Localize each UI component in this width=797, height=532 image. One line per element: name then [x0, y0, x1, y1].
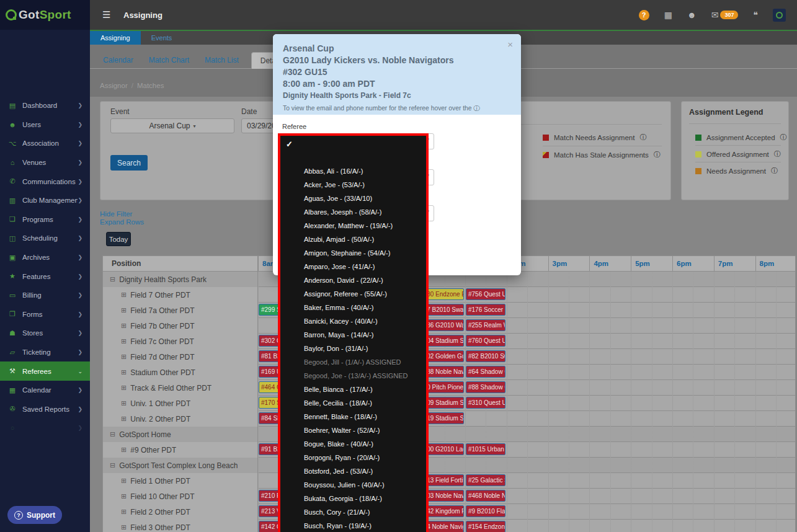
sidebar-item-club-management[interactable]: ▥Club Management❯ [0, 191, 90, 210]
referee-option[interactable]: Alzubi, Amjad - (50/A/-) [280, 233, 426, 246]
sidebar-item-item[interactable]: ○❯ [0, 419, 90, 438]
tab-assigning[interactable]: Assigning [90, 31, 141, 45]
chat-icon[interactable]: ❝ [753, 10, 758, 20]
match-chip[interactable]: 80 Endzone Eli [424, 288, 464, 300]
expand-icon[interactable]: ⊞ [121, 322, 127, 330]
match-chip[interactable]: #88 Shadow Cha [466, 381, 505, 393]
help-icon[interactable]: ? [639, 10, 649, 20]
match-chip[interactable]: #760 Quest Unite [466, 335, 505, 347]
match-chip[interactable]: 42 Kingdom FC [424, 505, 464, 517]
referee-option[interactable]: Barron, Maya - (14/A/-) [280, 328, 426, 342]
match-chip[interactable]: 03 Noble Navig [424, 490, 464, 502]
expand-icon[interactable]: ⊞ [121, 368, 127, 376]
mail-button[interactable]: ✉ 307 [711, 10, 739, 20]
match-chip[interactable]: 36 G2010 Wan [424, 319, 464, 331]
subtab-calendar[interactable]: Calendar [103, 52, 133, 68]
match-chip[interactable]: 7 B2010 Swarr [424, 304, 464, 316]
expand-icon[interactable]: ⊞ [121, 399, 127, 407]
match-chip[interactable]: #1015 Urban Leg [466, 443, 505, 455]
referee-option[interactable]: Bennett, Blake - (18/A/-) [280, 410, 426, 423]
row-label[interactable]: ⊞Field 7 Other PDT [103, 287, 258, 303]
row-label[interactable]: ⊞Field 7c Other PDT [103, 334, 258, 349]
today-button[interactable]: Today [106, 232, 131, 246]
referee-option[interactable]: Aguas, Joe - (33/A/10) [280, 192, 426, 205]
match-chip[interactable]: #756 Quest Unite [466, 288, 505, 300]
event-select[interactable]: Arsenal Cup ▾ [110, 118, 234, 133]
row-label[interactable]: ⊞Field 3 Other PDT [103, 520, 258, 532]
sidebar-item-referees[interactable]: ⚒Referees⌄ [0, 361, 90, 381]
match-chip[interactable]: #9 B2010 Flames [466, 505, 505, 517]
referee-option[interactable]: Assignor, Referee - (55/A/-) [280, 287, 426, 301]
row-label[interactable]: ⊞Field 2 Other PDT [103, 504, 258, 520]
referee-option[interactable]: Begood, Jill - (1/A/-) ASSIGNED [280, 355, 426, 369]
tab-events[interactable]: Events [141, 31, 183, 45]
referee-option[interactable]: Boehrer, Walter - (52/A/-) [280, 423, 426, 437]
referee-option[interactable]: Botsford, Jed - (53/A/-) [280, 464, 426, 478]
match-chip[interactable]: #468 Noble Navig [466, 490, 505, 502]
collapse-icon[interactable]: ⊟ [110, 430, 115, 438]
referee-option[interactable]: Busch, Cory - (21/A/-) [280, 505, 426, 519]
match-chip[interactable]: #82 B2010 Swarr [466, 350, 505, 362]
hamburger-menu-icon[interactable]: ☰ [102, 9, 110, 20]
referee-option[interactable]: Albares, Joesph - (58/A/-) [280, 205, 426, 219]
referee-option[interactable]: Belle, Cecilia - (18/A/-) [280, 396, 426, 410]
expand-icon[interactable]: ⊞ [121, 477, 127, 485]
breadcrumb-assignor[interactable]: Assignor [100, 82, 128, 89]
match-chip[interactable]: #154 Endzone Eli [466, 521, 505, 532]
row-label[interactable]: ⊞Track & Field Other PDT [103, 380, 258, 396]
referee-option[interactable]: Belle, Bianca - (17/A/-) [280, 383, 426, 396]
expand-icon[interactable]: ⊞ [121, 508, 127, 516]
sidebar-item-billing[interactable]: ▭Billing❯ [0, 286, 90, 305]
match-chip[interactable]: #255 Realm Wan [466, 319, 505, 331]
match-chip[interactable]: 02 Golden Gua [424, 350, 464, 362]
match-chip[interactable]: 19 Stadium Sta [424, 412, 464, 424]
row-label[interactable]: ⊞Univ. 2 Other PDT [103, 411, 258, 427]
referee-option[interactable]: Amigon, Stephaine - (54/A/-) [280, 246, 426, 260]
expand-icon[interactable]: ⊞ [121, 353, 127, 361]
close-icon[interactable]: × [507, 39, 513, 50]
expand-icon[interactable]: ⊞ [121, 337, 127, 345]
match-chip[interactable]: #25 Galactic Stri [466, 474, 505, 486]
row-label[interactable]: ⊞Field 7d Other PDT [103, 349, 258, 365]
match-chip[interactable]: 04 Stadium Sta [424, 335, 464, 347]
row-label[interactable]: ⊟GotSport Test Complex Long Beach [103, 458, 258, 473]
referee-option[interactable]: Begood, Joe - (13/A/-) ASSIGNED [280, 369, 426, 383]
referee-option[interactable]: Baker, Emma - (40/A/-) [280, 301, 426, 314]
expand-icon[interactable]: ⊞ [121, 384, 127, 392]
selected-check-icon[interactable]: ✓ [286, 140, 293, 149]
match-chip[interactable]: #64 Shadow Cha [466, 366, 505, 378]
subtab-match-list[interactable]: Match List [205, 52, 239, 68]
expand-icon[interactable]: ⊞ [121, 523, 127, 531]
row-label[interactable]: ⊞Field 1 Other PDT [103, 473, 258, 489]
match-chip[interactable]: 0 Pitch Pioneer [424, 381, 464, 393]
referee-option[interactable]: Anderson, David - (22/A/-) [280, 273, 426, 287]
sidebar-item-communications[interactable]: ✆Communications❯ [0, 172, 90, 191]
sidebar-item-dashboard[interactable]: ▤Dashboard❯ [0, 96, 90, 115]
match-chip[interactable]: 88 Noble Navig [424, 366, 464, 378]
sidebar-item-archives[interactable]: ▣Archives❯ [0, 248, 90, 267]
sidebar-item-features[interactable]: ★Features❯ [0, 267, 90, 286]
row-label[interactable]: ⊞Univ. 1 Other PDT [103, 396, 258, 411]
sidebar-item-users[interactable]: ☻Users❯ [0, 115, 90, 135]
sidebar-item-calendar[interactable]: ▦Calendar❯ [0, 381, 90, 400]
referee-option[interactable]: Amparo, Jose - (41/A/-) [280, 260, 426, 273]
gotsport-logo[interactable]: GotSport [0, 0, 90, 30]
apps-grid-icon[interactable]: ▦ [664, 10, 672, 20]
collapse-icon[interactable]: ⊟ [110, 275, 115, 283]
collapse-icon[interactable]: ⊟ [110, 461, 115, 469]
hide-filter-link[interactable]: Hide Filter [100, 210, 132, 218]
expand-rows-link[interactable]: Expand Rows [100, 218, 144, 226]
subtab-match-chart[interactable]: Match Chart [149, 52, 189, 68]
match-chip[interactable]: #310 Quest Unite [466, 397, 505, 409]
match-chip[interactable]: #176 Soccer Sag [466, 304, 505, 316]
expand-icon[interactable]: ⊞ [121, 306, 127, 314]
expand-icon[interactable]: ⊞ [121, 446, 127, 454]
match-chip[interactable]: 4 Noble Naviga [424, 521, 464, 532]
referee-option[interactable]: Banicki, Kacey - (40/A/-) [280, 314, 426, 328]
search-button[interactable]: Search [110, 155, 148, 171]
sidebar-item-venues[interactable]: ⌂Venues❯ [0, 153, 90, 172]
row-label[interactable]: ⊟GotSport Home [103, 427, 258, 442]
row-label[interactable]: ⊞Field 10 Other PDT [103, 489, 258, 504]
support-button[interactable]: ? Support [7, 506, 62, 524]
referee-option[interactable]: Bouyssou, Julien - (40/A/-) [280, 478, 426, 492]
